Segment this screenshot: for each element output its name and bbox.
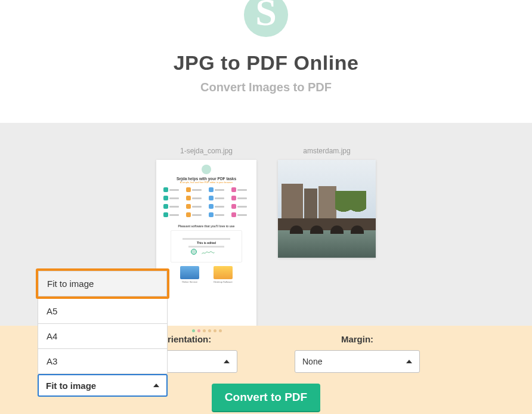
dropdown-option-a5[interactable]: A5 xyxy=(38,299,167,324)
thumb-mock-section: Pleasant software that you'll love to us… xyxy=(178,224,235,228)
file-name: 1-sejda_com.jpg xyxy=(156,147,256,155)
file-item[interactable]: 1-sejda_com.jpg Sejda helps with your PD… xyxy=(156,147,256,327)
thumb-mock-logo xyxy=(202,165,211,174)
dropdown-option-a3[interactable]: A3 xyxy=(38,349,167,374)
page-title: JPG to PDF Online xyxy=(0,51,532,75)
reorder-handle-icon xyxy=(192,329,222,332)
caret-up-icon xyxy=(406,360,412,363)
file-name: amsterdam.jpg xyxy=(278,147,376,155)
thumb-mock-boxes: Online Service Desktop Software xyxy=(177,266,236,283)
file-thumbnail[interactable]: Sejda helps with your PDF tasks A simple… xyxy=(156,160,256,327)
annotation-highlight: Fit to image xyxy=(36,268,169,299)
dropdown-option-a4[interactable]: A4 xyxy=(38,324,167,349)
brand-logo: S xyxy=(244,0,288,37)
thumb-mock-card: This is edited xyxy=(171,230,242,262)
caret-up-icon xyxy=(224,360,230,363)
thumb-mock-grid xyxy=(163,187,249,217)
thumb-mock-subline: A simple, fast and free PDF editor in yo… xyxy=(180,181,233,184)
convert-button[interactable]: Convert to PDF xyxy=(212,384,320,411)
select-value: None xyxy=(302,357,322,366)
hero: S JPG to PDF Online Convert Images to PD… xyxy=(0,0,532,94)
select-value: Fit to image xyxy=(46,381,96,391)
option-label: Margin: xyxy=(341,334,373,344)
brand-logo-letter: S xyxy=(255,0,277,32)
caret-up-icon xyxy=(153,384,159,387)
file-thumbnail[interactable] xyxy=(278,160,376,258)
thumb-mock-headline: Sejda helps with your PDF tasks xyxy=(177,177,236,181)
page-size-dropdown: Fit to image A5 A4 A3 Fit to image xyxy=(36,268,169,397)
page-subtitle: Convert Images to PDF xyxy=(0,81,532,94)
file-item[interactable]: amsterdam.jpg xyxy=(278,147,376,327)
page-size-select[interactable]: Fit to image xyxy=(38,374,168,397)
option-margin: Margin: None xyxy=(295,334,420,373)
dropdown-option-fit-to-image[interactable]: Fit to image xyxy=(38,271,167,296)
margin-select[interactable]: None xyxy=(295,350,420,373)
